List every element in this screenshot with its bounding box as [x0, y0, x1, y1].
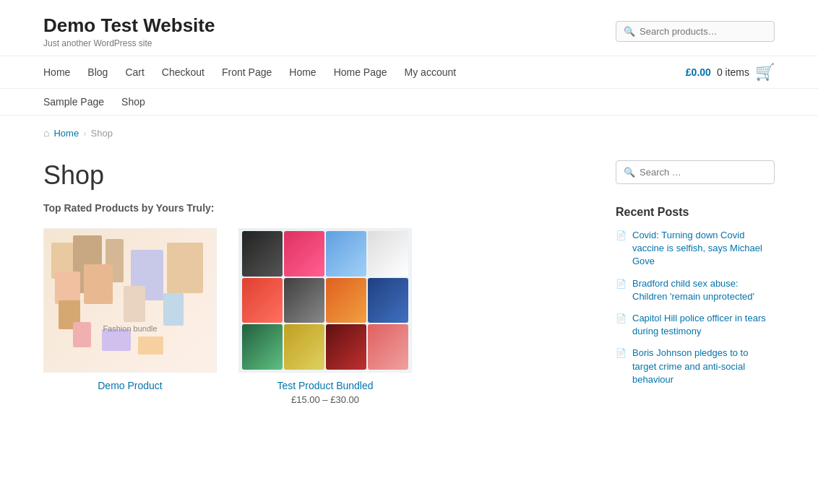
shoe-item [284, 324, 324, 370]
products-grid: Fashion bundle Demo Product [43, 228, 587, 405]
nav-checkout[interactable]: Checkout [162, 66, 204, 78]
shoe-item [368, 324, 408, 370]
cart-widget: £0.00 0 items 🛒 [686, 63, 775, 82]
recent-post-item: 📄 Covid: Turning down Covid vaccine is s… [616, 229, 775, 269]
product-image-shoes[interactable] [238, 228, 412, 373]
cart-items-label: 0 items [717, 66, 749, 78]
recent-posts-title: Recent Posts [616, 206, 775, 219]
nav-home2[interactable]: Home [289, 66, 316, 78]
nav-front-page[interactable]: Front Page [222, 66, 272, 78]
fashion-item [138, 336, 163, 355]
nav-home-page[interactable]: Home Page [334, 66, 387, 78]
fashion-item [73, 322, 91, 347]
product-price: £15.00 – £30.00 [238, 394, 412, 405]
nav-home[interactable]: Home [43, 66, 70, 78]
fashion-item [55, 271, 80, 304]
nav-blog[interactable]: Blog [87, 66, 108, 78]
shoe-item [368, 231, 408, 277]
primary-nav: Home Blog Cart Checkout Front Page Home … [0, 56, 818, 89]
recent-post-item: 📄 Boris Johnson pledges to to target cri… [616, 347, 775, 386]
breadcrumb-current: Shop [91, 128, 113, 139]
header-search-box[interactable]: 🔍 [616, 21, 775, 42]
search-icon: 🔍 [624, 167, 635, 178]
sidebar-search-box[interactable]: 🔍 [616, 160, 775, 184]
header-search-input[interactable] [640, 26, 767, 37]
document-icon: 📄 [616, 279, 627, 289]
search-icon: 🔍 [624, 26, 635, 37]
shoe-item [326, 278, 366, 323]
header: Demo Test Website Just another WordPress… [0, 0, 818, 56]
shoe-item [368, 278, 408, 323]
fashion-item [163, 293, 184, 326]
breadcrumb-separator: › [83, 128, 86, 139]
nav-links: Home Blog Cart Checkout Front Page Home … [43, 56, 456, 88]
fashion-item [124, 286, 145, 322]
sidebar: 🔍 Recent Posts 📄 Covid: Turning down Cov… [616, 160, 775, 405]
product-title[interactable]: Demo Product [43, 380, 217, 391]
fashion-label: Fashion bundle [103, 324, 157, 333]
shoe-item [326, 324, 366, 370]
nav-my-account[interactable]: My account [405, 66, 457, 78]
sidebar-search-input[interactable] [640, 167, 767, 178]
nav-sample-page[interactable]: Sample Page [43, 96, 104, 108]
recent-posts-widget: Recent Posts 📄 Covid: Turning down Covid… [616, 206, 775, 386]
post-link[interactable]: Covid: Turning down Covid vaccine is sel… [632, 229, 775, 269]
document-icon: 📄 [616, 230, 627, 240]
recent-post-item: 📄 Capitol Hill police officer in tears d… [616, 312, 775, 338]
fashion-illustration: Fashion bundle [44, 228, 216, 373]
site-branding: Demo Test Website Just another WordPress… [43, 14, 215, 48]
fashion-item [84, 264, 113, 304]
shoe-item [326, 231, 366, 277]
post-link[interactable]: Bradford child sex abuse: Children 'rema… [632, 277, 775, 303]
product-title[interactable]: Test Product Bundled [238, 380, 412, 391]
shoe-item [284, 278, 324, 323]
shoe-item [284, 231, 324, 277]
recent-post-item: 📄 Bradford child sex abuse: Children 're… [616, 277, 775, 303]
secondary-nav: Sample Page Shop [0, 89, 818, 116]
shoe-item [242, 231, 283, 277]
post-link[interactable]: Boris Johnson pledges to to target crime… [632, 347, 775, 386]
shoes-illustration [239, 228, 411, 373]
main-content: Shop Top Rated Products by Yours Truly: [0, 146, 818, 434]
breadcrumb-home[interactable]: Home [53, 128, 79, 139]
shop-title: Shop [43, 160, 587, 191]
site-title: Demo Test Website [43, 14, 215, 37]
product-card: Test Product Bundled £15.00 – £30.00 [238, 228, 412, 405]
cart-icon[interactable]: 🛒 [755, 63, 775, 82]
shop-subtitle: Top Rated Products by Yours Truly: [43, 202, 587, 214]
document-icon: 📄 [616, 313, 627, 323]
breadcrumb: ⌂ Home › Shop [0, 116, 818, 146]
product-card: Fashion bundle Demo Product [43, 228, 217, 405]
shoe-item [242, 324, 283, 370]
fashion-item [167, 243, 203, 293]
cart-price: £0.00 [686, 66, 711, 78]
document-icon: 📄 [616, 348, 627, 358]
nav-shop[interactable]: Shop [121, 96, 145, 108]
content-area: Shop Top Rated Products by Yours Truly: [43, 160, 587, 405]
nav-cart[interactable]: Cart [125, 66, 144, 78]
home-icon: ⌂ [43, 127, 49, 139]
site-tagline: Just another WordPress site [43, 38, 215, 48]
product-image-fashion[interactable]: Fashion bundle [43, 228, 217, 373]
post-link[interactable]: Capitol Hill police officer in tears dur… [632, 312, 775, 338]
shoe-item [242, 278, 283, 323]
